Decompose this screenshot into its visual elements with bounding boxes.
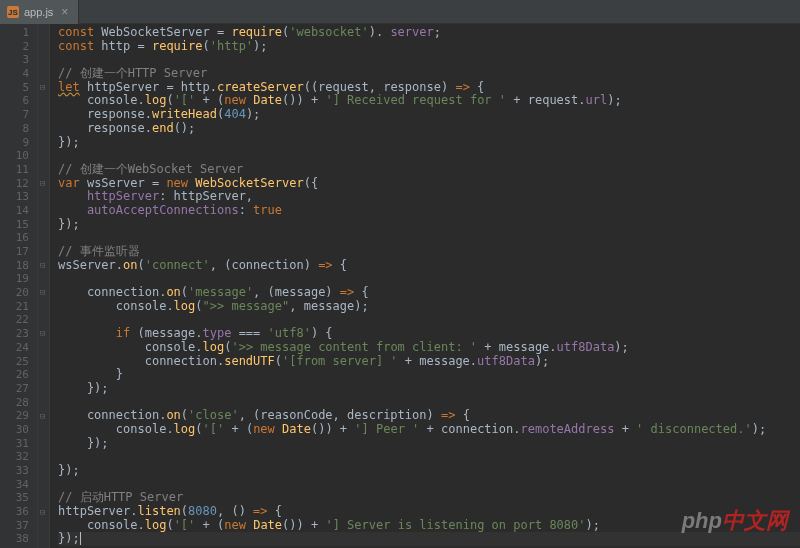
line-number: 28 [0,396,29,410]
code-line: let httpServer = http.createServer((requ… [58,81,800,95]
close-icon[interactable]: × [61,5,68,19]
line-number: 31 [0,437,29,451]
line-number: 27 [0,382,29,396]
fold-toggle[interactable]: ⊟ [40,177,45,191]
code-line: response.end(); [58,122,800,136]
line-number: 16 [0,231,29,245]
code-line: connection.on('message', (message) => { [58,286,800,300]
code-line: }); [58,382,800,396]
file-tab[interactable]: JS app.js × [0,0,79,24]
editor: 1234567891011121314151617181920212223242… [0,24,800,548]
line-number: 20 [0,286,29,300]
code-line: const WebSocketServer = require('websock… [58,26,800,40]
fold-toggle[interactable]: ⊟ [40,410,45,424]
line-number: 5 [0,81,29,95]
fold-toggle[interactable]: ⊟ [40,286,45,300]
line-number: 3 [0,53,29,67]
svg-text:JS: JS [8,8,18,17]
line-number: 7 [0,108,29,122]
line-number: 26 [0,368,29,382]
line-number: 8 [0,122,29,136]
line-number: 24 [0,341,29,355]
code-line [58,231,800,245]
line-number: 17 [0,245,29,259]
code-line [58,478,800,492]
code-line [58,396,800,410]
code-line: // 创建一个HTTP Server [58,67,800,81]
code-line: httpServer.listen(8080, () => { [58,505,800,519]
code-line: // 启动HTTP Server [58,491,800,505]
code-line: connection.on('close', (reasonCode, desc… [58,409,800,423]
line-number: 29 [0,409,29,423]
line-number: 34 [0,478,29,492]
line-number: 37 [0,519,29,533]
fold-toggle[interactable]: ⊟ [40,506,45,520]
line-number: 1 [0,26,29,40]
line-number: 22 [0,313,29,327]
code-area[interactable]: const WebSocketServer = require('websock… [50,24,800,548]
line-number: 38 [0,532,29,546]
code-line: console.log('[' + (new Date()) + '] Peer… [58,423,800,437]
code-line: response.writeHead(404); [58,108,800,122]
code-line: if (message.type === 'utf8') { [58,327,800,341]
code-line: // 创建一个WebSocket Server [58,163,800,177]
line-number: 13 [0,190,29,204]
code-line: console.log('>> message content from cli… [58,341,800,355]
line-number-gutter: 1234567891011121314151617181920212223242… [0,24,38,548]
line-number: 10 [0,149,29,163]
code-line: console.log('[' + (new Date()) + '] Serv… [58,519,800,533]
code-line [58,149,800,163]
fold-toggle[interactable]: ⊟ [40,327,45,341]
caret [80,532,81,545]
code-line: }); [58,218,800,232]
code-line: // 事件监听器 [58,245,800,259]
line-number: 18 [0,259,29,273]
code-line: }); [58,532,800,546]
code-line: wsServer.on('connect', (connection) => { [58,259,800,273]
tab-bar: JS app.js × [0,0,800,24]
line-number: 15 [0,218,29,232]
line-number: 9 [0,136,29,150]
line-number: 6 [0,94,29,108]
code-line: autoAcceptConnections: true [58,204,800,218]
line-number: 4 [0,67,29,81]
line-number: 25 [0,355,29,369]
code-line [58,450,800,464]
code-line: connection.sendUTF('[from server] ' + me… [58,355,800,369]
line-number: 23 [0,327,29,341]
line-number: 14 [0,204,29,218]
line-number: 35 [0,491,29,505]
fold-gutter: ⊟⊟⊟⊟⊟⊟⊟ [38,24,50,548]
line-number: 36 [0,505,29,519]
code-line: } [58,368,800,382]
code-line [58,313,800,327]
code-line: var wsServer = new WebSocketServer({ [58,177,800,191]
code-line: }); [58,136,800,150]
code-line [58,272,800,286]
code-line: }); [58,437,800,451]
line-number: 21 [0,300,29,314]
js-file-icon: JS [6,5,20,19]
code-line [58,53,800,67]
line-number: 19 [0,272,29,286]
code-line: const http = require('http'); [58,40,800,54]
tab-filename: app.js [24,6,53,18]
line-number: 32 [0,450,29,464]
code-line: }); [58,464,800,478]
fold-toggle[interactable]: ⊟ [40,81,45,95]
line-number: 33 [0,464,29,478]
line-number: 12 [0,177,29,191]
code-line: console.log('[' + (new Date()) + '] Rece… [58,94,800,108]
line-number: 11 [0,163,29,177]
fold-toggle[interactable]: ⊟ [40,259,45,273]
code-line: httpServer: httpServer, [58,190,800,204]
line-number: 30 [0,423,29,437]
code-line: console.log(">> message", message); [58,300,800,314]
line-number: 2 [0,40,29,54]
